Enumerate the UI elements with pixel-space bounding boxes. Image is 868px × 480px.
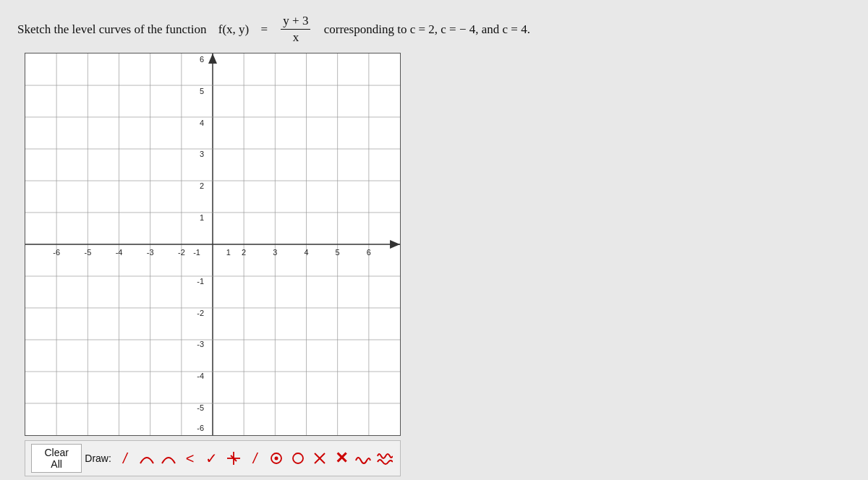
svg-point-54: [293, 453, 303, 463]
svg-text:1: 1: [200, 213, 204, 222]
svg-text:-5: -5: [84, 248, 91, 257]
graph-and-toolbar: .grid-line { stroke: #999; stroke-width:…: [17, 53, 851, 476]
crosshair-tool[interactable]: [224, 448, 243, 468]
circle-open-tool[interactable]: [289, 448, 307, 468]
circle-dot-tool[interactable]: [267, 448, 286, 468]
function-fraction: y + 3 x: [281, 13, 310, 46]
svg-text:-2: -2: [197, 309, 204, 317]
clear-all-button[interactable]: Clear All: [31, 444, 82, 473]
svg-text:-6: -6: [197, 424, 204, 432]
problem-statement: Sketch the level curves of the function …: [17, 13, 851, 46]
wave1-tool[interactable]: [354, 448, 373, 468]
svg-text:3: 3: [273, 248, 277, 257]
graph-area[interactable]: .grid-line { stroke: #999; stroke-width:…: [25, 53, 401, 436]
svg-text:-4: -4: [197, 372, 204, 380]
line-tool[interactable]: /: [116, 448, 135, 468]
curve-tool[interactable]: [137, 448, 156, 468]
svg-text:4: 4: [304, 248, 308, 257]
svg-text:-1: -1: [197, 277, 204, 286]
svg-text:5: 5: [200, 87, 204, 95]
fraction-numerator: y + 3: [281, 13, 310, 30]
svg-text:2: 2: [200, 181, 204, 190]
problem-prefix: Sketch the level curves of the function: [17, 20, 207, 39]
fraction-denominator: x: [291, 30, 302, 46]
svg-text:1: 1: [226, 248, 231, 257]
toolbar: Clear All Draw: / < ✓: [25, 440, 401, 476]
svg-text:3: 3: [200, 150, 204, 159]
x-mark-tool[interactable]: [310, 448, 329, 468]
svg-text:6: 6: [367, 248, 371, 257]
svg-text:-1: -1: [193, 248, 200, 257]
slash-tool[interactable]: /: [245, 448, 264, 468]
main-container: Sketch the level curves of the function …: [0, 0, 868, 480]
svg-text:-3: -3: [147, 248, 154, 257]
x-large-tool[interactable]: ✕: [332, 448, 351, 468]
svg-text:-6: -6: [53, 248, 60, 257]
equals-sign: =: [261, 20, 268, 39]
svg-text:5: 5: [336, 248, 340, 257]
draw-label: Draw:: [85, 453, 111, 464]
svg-text:-4: -4: [116, 248, 123, 257]
svg-text:-2: -2: [178, 248, 185, 257]
function-name: f(x, y): [218, 20, 249, 39]
problem-suffix: corresponding to c = 2, c = − 4, and c =…: [324, 20, 530, 39]
svg-point-53: [275, 457, 278, 460]
svg-text:4: 4: [200, 119, 204, 127]
arc-tool[interactable]: [159, 448, 178, 468]
wave2-tool[interactable]: [375, 448, 394, 468]
svg-text:-3: -3: [197, 340, 204, 349]
svg-text:6: 6: [200, 55, 204, 64]
angle-tool[interactable]: <: [181, 448, 200, 468]
svg-text:-5: -5: [197, 403, 204, 412]
graph-svg: .grid-line { stroke: #999; stroke-width:…: [25, 53, 400, 435]
checkmark-tool[interactable]: ✓: [203, 448, 221, 468]
svg-text:2: 2: [242, 248, 246, 257]
